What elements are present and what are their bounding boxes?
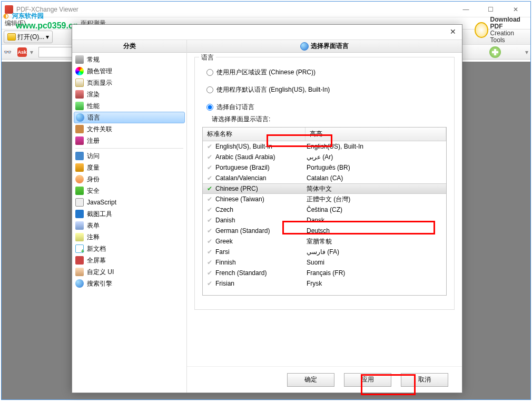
maximize-button[interactable]: ☐	[479, 2, 503, 17]
ic-form-icon	[75, 221, 84, 230]
ic-full-icon	[75, 256, 84, 265]
col-standard-name[interactable]: 标准名称	[203, 128, 306, 141]
sidebar-item-5[interactable]: 语言	[74, 112, 185, 123]
col-highlight[interactable]: 高亮	[306, 128, 446, 141]
radio-input-default[interactable]	[206, 86, 213, 93]
sidebar-item-label: 性能	[87, 102, 100, 111]
ask-icon[interactable]: Ask	[17, 47, 27, 57]
sidebar-item-label: 注释	[87, 233, 100, 242]
sidebar-item-label: 截图工具	[87, 210, 112, 219]
language-row[interactable]: ✔Chinese (Taiwan)正體中文 (台灣)	[203, 194, 446, 204]
ic-color-icon	[75, 67, 84, 75]
sidebar-item-2[interactable]: 页面显示	[72, 77, 186, 89]
check-icon: ✔	[205, 143, 214, 150]
sidebar-item-4[interactable]: 性能	[72, 100, 186, 112]
lang-native: Catalan (CA)	[307, 174, 446, 182]
check-icon: ✔	[205, 217, 214, 224]
ic-render-icon	[75, 90, 84, 99]
dialog-close-button[interactable]: ✕	[448, 27, 458, 36]
ok-button[interactable]: 确定	[287, 373, 334, 387]
sidebar-item-11[interactable]: 身份	[72, 173, 186, 185]
check-icon: ✔	[205, 259, 214, 266]
sidebar-item-0[interactable]: 常规	[72, 54, 186, 65]
language-table[interactable]: 标准名称 高亮 ✔English(US), Built-InEnglish(US…	[202, 127, 447, 296]
apply-button[interactable]: 应用	[344, 373, 391, 387]
language-row[interactable]: ✔English(US), Built-InEnglish(US), Built…	[203, 141, 446, 152]
ic-reg-icon	[75, 136, 84, 145]
language-row[interactable]: ✔Chinese (PRC)简体中文	[203, 183, 446, 194]
open-button[interactable]: 打开(O)... ▾	[4, 31, 53, 43]
lang-name: English(US), Built-In	[214, 143, 307, 150]
sidebar-item-1[interactable]: 颜色管理	[72, 65, 186, 77]
cancel-button[interactable]: 取消	[401, 373, 448, 387]
ic-meas-icon	[75, 163, 84, 172]
sidebar-item-3[interactable]: 渲染	[72, 89, 186, 100]
lang-name: Catalan/Valencian	[214, 174, 307, 182]
language-row[interactable]: ✔FinnishSuomi	[203, 257, 446, 268]
sidebar-item-label: 访问	[87, 152, 100, 161]
sidebar-item-19[interactable]: 自定义 UI	[72, 266, 186, 278]
add-button[interactable]	[489, 46, 501, 58]
glasses-icon[interactable]: 👓	[4, 49, 14, 55]
lang-name: Frisian	[214, 280, 307, 287]
lang-native: 简体中文	[307, 184, 446, 193]
chevron-down-icon[interactable]: ▾	[30, 48, 33, 56]
lang-native: فارسي (FA)	[307, 248, 446, 256]
sidebar-item-16[interactable]: 注释	[72, 231, 186, 243]
sidebar-item-17[interactable]: 新文档	[72, 243, 186, 255]
ic-page-icon	[75, 79, 84, 87]
check-icon: ✔	[205, 174, 214, 182]
radio-input-locale[interactable]	[206, 69, 213, 76]
sidebar-item-14[interactable]: 截图工具	[72, 208, 186, 220]
language-row[interactable]: ✔Greek室腊常貌	[203, 236, 446, 247]
download-pdf-tools-badge[interactable]: Download PDFCreation Tools	[475, 19, 527, 41]
radio-choose-custom[interactable]: 选择自订语言	[206, 103, 447, 112]
sidebar-item-6[interactable]: 文件关联	[72, 123, 186, 135]
check-icon: ✔	[205, 238, 214, 245]
sidebar-item-label: 新文档	[87, 244, 106, 253]
sidebar-item-label: 渲染	[87, 90, 100, 99]
globe-icon	[300, 42, 309, 51]
radio-use-default[interactable]: 使用程序默认语言 (English(US), Built-In)	[206, 85, 447, 94]
table-header: 标准名称 高亮	[203, 128, 446, 141]
sidebar-item-13[interactable]: JavaScript	[72, 197, 186, 208]
sidebar-item-18[interactable]: 全屏幕	[72, 255, 186, 266]
dialog-titlebar: ✕	[72, 25, 462, 40]
ic-assoc-icon	[75, 125, 84, 133]
sidebar-item-12[interactable]: 安全	[72, 185, 186, 197]
lang-name: Farsi	[214, 248, 307, 256]
language-row[interactable]: ✔Catalan/ValencianCatalan (CA)	[203, 173, 446, 183]
lang-native: Frysk	[307, 280, 446, 287]
lang-name: Chinese (PRC)	[214, 185, 307, 192]
sidebar-item-15[interactable]: 表单	[72, 220, 186, 231]
language-row[interactable]: ✔Farsiفارسي (FA)	[203, 247, 446, 257]
chevron-down-icon[interactable]: ▾	[525, 48, 528, 56]
language-row[interactable]: ✔French (Standard)Français (FR)	[203, 268, 446, 278]
sidebar-item-9[interactable]: 访问	[72, 150, 186, 162]
lang-name: Finnish	[214, 259, 307, 266]
language-row[interactable]: ✔Arabic (Saudi Arabia)عربي (Ar)	[203, 152, 446, 162]
sidebar-item-10[interactable]: 度量	[72, 162, 186, 173]
lang-native: Français (FR)	[307, 269, 446, 277]
sidebar-item-20[interactable]: 搜索引擎	[72, 278, 186, 289]
minimize-button[interactable]: —	[454, 2, 478, 17]
lang-name: Portuguese (Brazil)	[214, 164, 307, 171]
language-row[interactable]: ✔German (Standard)Deutsch	[203, 226, 446, 236]
lang-name: German (Standard)	[214, 227, 307, 234]
lang-native: Suomi	[307, 259, 446, 266]
language-row[interactable]: ✔FrisianFrysk	[203, 278, 446, 289]
radio-input-custom[interactable]	[206, 104, 213, 111]
titlebar: PDF-XChange Viewer — ☐ ✕	[2, 2, 530, 17]
language-row[interactable]: ✔Portuguese (Brazil)Português (BR)	[203, 162, 446, 173]
menu-edit[interactable]: 编辑(E)	[5, 19, 26, 28]
lang-name: French (Standard)	[214, 269, 307, 277]
language-row[interactable]: ✔CzechČeština (CZ)	[203, 204, 446, 215]
sidebar-item-7[interactable]: 注册	[72, 135, 186, 146]
radio-use-locale[interactable]: 使用用户区域设置 (Chinese (PRC))	[206, 68, 447, 77]
content-panel: 选择界面语言 语言 使用用户区域设置 (Chinese (PRC)) 使用程序默…	[187, 40, 462, 393]
close-button[interactable]: ✕	[504, 2, 527, 17]
content-header: 选择界面语言	[187, 40, 462, 53]
check-icon: ✔	[205, 227, 214, 234]
hand-cursor-icon	[475, 22, 488, 38]
language-row[interactable]: ✔DanishDansk	[203, 215, 446, 226]
